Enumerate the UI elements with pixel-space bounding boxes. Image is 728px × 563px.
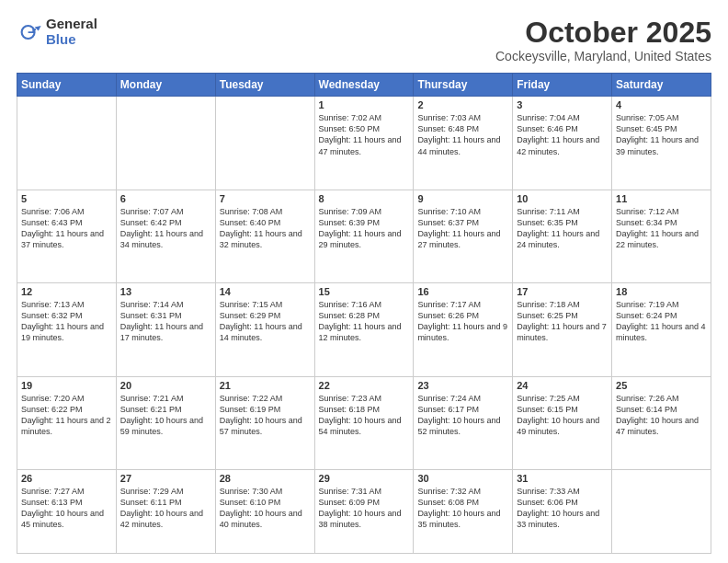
day-number: 4 <box>616 99 707 110</box>
day-info: Sunrise: 7:19 AM Sunset: 6:24 PM Dayligh… <box>616 299 707 344</box>
day-info: Sunrise: 7:17 AM Sunset: 6:26 PM Dayligh… <box>417 299 508 344</box>
calendar-cell: 3Sunrise: 7:04 AM Sunset: 6:46 PM Daylig… <box>513 97 612 190</box>
calendar-cell: 21Sunrise: 7:22 AM Sunset: 6:19 PM Dayli… <box>215 376 314 469</box>
day-number: 7 <box>220 193 311 204</box>
day-number: 9 <box>417 193 508 204</box>
day-number: 30 <box>417 473 508 484</box>
day-info: Sunrise: 7:08 AM Sunset: 6:40 PM Dayligh… <box>220 206 311 251</box>
calendar-cell: 25Sunrise: 7:26 AM Sunset: 6:14 PM Dayli… <box>612 376 711 469</box>
location-title: Cockeysville, Maryland, United States <box>495 49 711 63</box>
calendar-cell: 24Sunrise: 7:25 AM Sunset: 6:15 PM Dayli… <box>513 376 612 469</box>
calendar-cell <box>215 97 314 190</box>
calendar-cell: 30Sunrise: 7:32 AM Sunset: 6:08 PM Dayli… <box>414 469 513 553</box>
month-title: October 2025 <box>495 17 711 49</box>
day-number: 10 <box>517 193 608 204</box>
calendar-cell: 2Sunrise: 7:03 AM Sunset: 6:48 PM Daylig… <box>414 97 513 190</box>
calendar-week-row: 19Sunrise: 7:20 AM Sunset: 6:22 PM Dayli… <box>17 376 711 469</box>
calendar-cell: 16Sunrise: 7:17 AM Sunset: 6:26 PM Dayli… <box>414 283 513 376</box>
calendar-cell: 31Sunrise: 7:33 AM Sunset: 6:06 PM Dayli… <box>513 469 612 553</box>
calendar-week-row: 1Sunrise: 7:02 AM Sunset: 6:50 PM Daylig… <box>17 97 711 190</box>
calendar-header-row: SundayMondayTuesdayWednesdayThursdayFrid… <box>17 74 711 97</box>
day-number: 3 <box>517 99 608 110</box>
day-info: Sunrise: 7:21 AM Sunset: 6:21 PM Dayligh… <box>120 393 211 438</box>
day-info: Sunrise: 7:11 AM Sunset: 6:35 PM Dayligh… <box>517 206 608 251</box>
day-info: Sunrise: 7:24 AM Sunset: 6:17 PM Dayligh… <box>417 393 508 438</box>
calendar-week-row: 5Sunrise: 7:06 AM Sunset: 6:43 PM Daylig… <box>17 190 711 282</box>
day-number: 12 <box>21 286 112 297</box>
calendar-cell: 7Sunrise: 7:08 AM Sunset: 6:40 PM Daylig… <box>215 190 314 282</box>
calendar-header-friday: Friday <box>513 74 612 97</box>
header: General Blue October 2025 Cockeysville, … <box>17 17 711 63</box>
day-number: 23 <box>417 380 508 391</box>
day-info: Sunrise: 7:02 AM Sunset: 6:50 PM Dayligh… <box>319 112 410 157</box>
day-info: Sunrise: 7:30 AM Sunset: 6:10 PM Dayligh… <box>220 486 311 531</box>
logo-icon <box>17 19 42 45</box>
calendar-cell <box>17 97 117 190</box>
day-info: Sunrise: 7:12 AM Sunset: 6:34 PM Dayligh… <box>616 206 707 251</box>
day-info: Sunrise: 7:22 AM Sunset: 6:19 PM Dayligh… <box>220 393 311 438</box>
calendar-cell: 5Sunrise: 7:06 AM Sunset: 6:43 PM Daylig… <box>17 190 117 282</box>
day-number: 14 <box>220 286 311 297</box>
day-number: 6 <box>120 193 211 204</box>
calendar-cell <box>612 469 711 553</box>
day-number: 19 <box>21 380 112 391</box>
calendar-cell: 8Sunrise: 7:09 AM Sunset: 6:39 PM Daylig… <box>314 190 414 282</box>
day-info: Sunrise: 7:23 AM Sunset: 6:18 PM Dayligh… <box>319 393 410 438</box>
calendar-header-wednesday: Wednesday <box>314 74 414 97</box>
calendar-cell <box>116 97 215 190</box>
logo: General Blue <box>17 17 97 47</box>
day-number: 26 <box>21 473 112 484</box>
day-number: 25 <box>616 380 707 391</box>
day-number: 29 <box>319 473 410 484</box>
calendar-cell: 20Sunrise: 7:21 AM Sunset: 6:21 PM Dayli… <box>116 376 215 469</box>
calendar-header-thursday: Thursday <box>414 74 513 97</box>
day-number: 24 <box>517 380 608 391</box>
day-info: Sunrise: 7:25 AM Sunset: 6:15 PM Dayligh… <box>517 393 608 438</box>
day-number: 31 <box>517 473 608 484</box>
calendar-cell: 10Sunrise: 7:11 AM Sunset: 6:35 PM Dayli… <box>513 190 612 282</box>
day-info: Sunrise: 7:18 AM Sunset: 6:25 PM Dayligh… <box>517 299 608 344</box>
day-info: Sunrise: 7:26 AM Sunset: 6:14 PM Dayligh… <box>616 393 707 438</box>
calendar-week-row: 26Sunrise: 7:27 AM Sunset: 6:13 PM Dayli… <box>17 469 711 553</box>
logo-general-label: General <box>46 17 97 32</box>
day-number: 13 <box>120 286 211 297</box>
logo-text: General Blue <box>46 17 97 47</box>
day-info: Sunrise: 7:15 AM Sunset: 6:29 PM Dayligh… <box>220 299 311 344</box>
calendar-cell: 14Sunrise: 7:15 AM Sunset: 6:29 PM Dayli… <box>215 283 314 376</box>
calendar-cell: 29Sunrise: 7:31 AM Sunset: 6:09 PM Dayli… <box>314 469 414 553</box>
day-info: Sunrise: 7:16 AM Sunset: 6:28 PM Dayligh… <box>319 299 410 344</box>
page: General Blue October 2025 Cockeysville, … <box>0 0 728 563</box>
day-info: Sunrise: 7:05 AM Sunset: 6:45 PM Dayligh… <box>616 112 707 157</box>
day-number: 22 <box>319 380 410 391</box>
title-area: October 2025 Cockeysville, Maryland, Uni… <box>495 17 711 63</box>
day-number: 5 <box>21 193 112 204</box>
calendar-header-monday: Monday <box>116 74 215 97</box>
calendar-header-tuesday: Tuesday <box>215 74 314 97</box>
day-number: 11 <box>616 193 707 204</box>
calendar-header-saturday: Saturday <box>612 74 711 97</box>
day-number: 8 <box>319 193 410 204</box>
calendar-cell: 18Sunrise: 7:19 AM Sunset: 6:24 PM Dayli… <box>612 283 711 376</box>
day-number: 18 <box>616 286 707 297</box>
day-number: 17 <box>517 286 608 297</box>
day-info: Sunrise: 7:06 AM Sunset: 6:43 PM Dayligh… <box>21 206 112 251</box>
day-info: Sunrise: 7:09 AM Sunset: 6:39 PM Dayligh… <box>319 206 410 251</box>
day-number: 20 <box>120 380 211 391</box>
calendar-cell: 17Sunrise: 7:18 AM Sunset: 6:25 PM Dayli… <box>513 283 612 376</box>
calendar-cell: 19Sunrise: 7:20 AM Sunset: 6:22 PM Dayli… <box>17 376 117 469</box>
calendar-cell: 11Sunrise: 7:12 AM Sunset: 6:34 PM Dayli… <box>612 190 711 282</box>
day-info: Sunrise: 7:31 AM Sunset: 6:09 PM Dayligh… <box>319 486 410 531</box>
day-number: 16 <box>417 286 508 297</box>
calendar-cell: 12Sunrise: 7:13 AM Sunset: 6:32 PM Dayli… <box>17 283 117 376</box>
day-number: 21 <box>220 380 311 391</box>
day-info: Sunrise: 7:29 AM Sunset: 6:11 PM Dayligh… <box>120 486 211 531</box>
day-number: 2 <box>417 99 508 110</box>
day-info: Sunrise: 7:13 AM Sunset: 6:32 PM Dayligh… <box>21 299 112 344</box>
calendar-cell: 26Sunrise: 7:27 AM Sunset: 6:13 PM Dayli… <box>17 469 117 553</box>
day-info: Sunrise: 7:03 AM Sunset: 6:48 PM Dayligh… <box>417 112 508 157</box>
day-info: Sunrise: 7:32 AM Sunset: 6:08 PM Dayligh… <box>417 486 508 531</box>
calendar-cell: 22Sunrise: 7:23 AM Sunset: 6:18 PM Dayli… <box>314 376 414 469</box>
day-info: Sunrise: 7:07 AM Sunset: 6:42 PM Dayligh… <box>120 206 211 251</box>
calendar-cell: 1Sunrise: 7:02 AM Sunset: 6:50 PM Daylig… <box>314 97 414 190</box>
calendar-header-sunday: Sunday <box>17 74 117 97</box>
